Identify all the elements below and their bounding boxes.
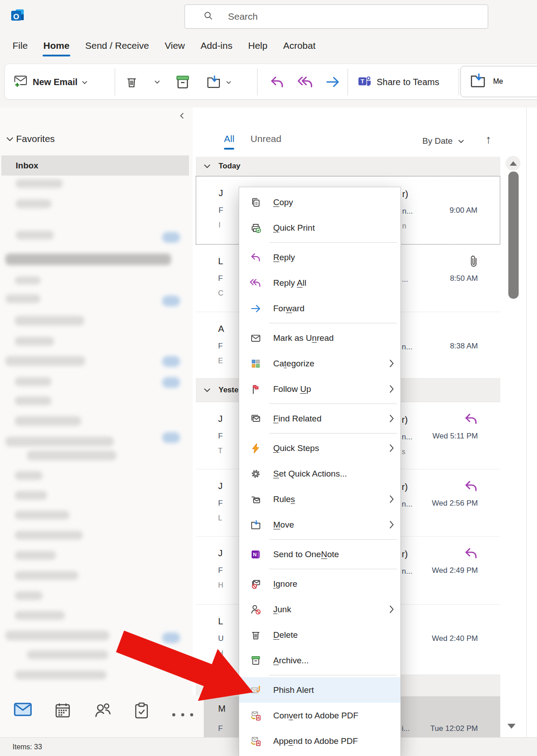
tab-add-ins[interactable]: Add-ins [201, 40, 232, 56]
tab-view[interactable]: View [165, 40, 185, 56]
svg-text:O: O [13, 13, 19, 21]
sort-by-date-dropdown[interactable]: By Date [422, 136, 464, 146]
sort-direction-button[interactable]: ↑ [485, 133, 491, 146]
menu-item-junk[interactable]: Junk [239, 597, 400, 622]
outlook-window: O Search FileHomeSend / ReceiveViewAdd-i… [0, 0, 537, 756]
menu-item-label: Convert to Adobe PDF [273, 711, 358, 721]
menu-item-label: Ignore [273, 579, 297, 589]
move-to-button[interactable] [206, 68, 231, 96]
new-email-icon [13, 74, 28, 90]
blurred-folder-item [15, 551, 56, 560]
new-email-button[interactable]: New Email [13, 68, 87, 96]
menu-item-copy[interactable]: Copy [239, 189, 400, 215]
search-placeholder: Search [228, 11, 258, 22]
people-module-icon[interactable] [93, 702, 113, 721]
tab-acrobat[interactable]: Acrobat [283, 40, 315, 56]
blurred-folder-item [15, 511, 69, 520]
favorites-header[interactable]: Favorites [6, 133, 55, 144]
tab-file[interactable]: File [13, 40, 28, 56]
mail-module-icon[interactable] [13, 702, 32, 719]
menu-item-archive[interactable]: Archive... [239, 648, 400, 673]
collapse-sidebar-icon[interactable] [178, 112, 186, 121]
submenu-chevron-icon [389, 359, 394, 369]
sidebar-item-inbox[interactable]: Inbox [1, 155, 189, 176]
email-text-fragment: n... [402, 500, 412, 509]
reply-button[interactable] [268, 68, 286, 96]
menu-item-append-to-adobe-pdf[interactable]: AAppend to Adobe PDF [239, 728, 400, 754]
email-text-fragment: n... [402, 433, 412, 442]
menu-item-follow-up[interactable]: Follow Up [239, 376, 400, 402]
scroll-down-button[interactable] [507, 724, 516, 729]
menu-item-label: Reply [273, 253, 295, 262]
delete-dropdown-chevron-icon[interactable] [155, 68, 160, 96]
svg-text:N: N [253, 552, 257, 557]
email-text-fragment: r) [402, 482, 408, 492]
reply-all-button[interactable] [296, 68, 315, 96]
ribbon: New Email [4, 64, 537, 99]
reply-icon [249, 252, 262, 263]
menu-item-convert-to-adobe-pdf[interactable]: AConvert to Adobe PDF [239, 703, 400, 728]
menu-item-set-quick-actions[interactable]: Set Quick Actions... [239, 461, 400, 486]
menu-separator [269, 323, 397, 323]
email-text-fragment: n... [402, 207, 413, 216]
email-text-fragment: n [402, 222, 406, 230]
blurred-unread-badge [162, 232, 180, 243]
menu-item-label: Quick Steps [273, 443, 319, 453]
menu-item-find-related[interactable]: Find Related [239, 406, 400, 431]
email-text-fragment: F [218, 566, 223, 575]
tab-home[interactable]: Home [43, 40, 69, 56]
email-text-fragment: n... [402, 567, 412, 576]
group-header-today[interactable]: Today [196, 157, 500, 176]
menu-item-delete[interactable]: Delete [239, 622, 400, 648]
archive-button[interactable] [174, 68, 191, 96]
menu-item-move[interactable]: Move [239, 512, 400, 537]
email-text-fragment: r) [402, 549, 408, 559]
email-text-fragment: ... [402, 275, 408, 284]
teams-icon: T [357, 74, 372, 90]
menu-item-mark-as-unread[interactable]: Mark as Unread [239, 325, 400, 351]
menu-item-send-to-onenote[interactable]: NSend to OneNote [239, 541, 400, 567]
email-text-fragment: i... [402, 724, 410, 733]
menu-separator [269, 539, 397, 540]
menu-item-rules[interactable]: Rules [239, 486, 400, 512]
more-modules-icon[interactable] [171, 711, 195, 719]
submenu-chevron-icon [389, 605, 394, 615]
outlook-logo-icon: O [10, 8, 26, 23]
tab-all[interactable]: All [224, 133, 234, 144]
menu-item-phish-alert[interactable]: Phish Alert [239, 677, 400, 703]
group-label: Today [219, 162, 241, 171]
scrollbar-thumb[interactable] [508, 172, 519, 299]
delete-button[interactable] [125, 68, 138, 96]
tab-help[interactable]: Help [248, 40, 267, 56]
tab-send-receive[interactable]: Send / Receive [85, 40, 149, 56]
blurred-folder-item [15, 416, 81, 426]
share-to-teams-button[interactable]: T Share to Teams [357, 68, 439, 96]
search-input[interactable]: Search [185, 4, 488, 29]
reply-all-icon [249, 277, 262, 289]
quick-print-icon [249, 222, 262, 234]
menu-item-reply[interactable]: Reply [239, 245, 400, 270]
menu-item-quick-steps[interactable]: Quick Steps [239, 435, 400, 461]
email-text-fragment: J [218, 548, 223, 558]
move-to-partial-button[interactable]: Me [460, 66, 537, 97]
menu-item-categorize[interactable]: Categorize [239, 351, 400, 376]
menu-item-forward[interactable]: Forward [239, 296, 400, 321]
chevron-down-icon [458, 139, 464, 143]
email-text-fragment: r) [402, 415, 408, 425]
menu-item-quick-print[interactable]: Quick Print [239, 215, 400, 241]
menu-item-label: Archive... [273, 656, 309, 666]
blurred-folder-item [15, 670, 107, 679]
blurred-folder-item [16, 199, 52, 208]
scroll-up-button[interactable] [506, 156, 520, 171]
tab-unread[interactable]: Unread [250, 133, 281, 144]
menu-item-ignore[interactable]: Ignore [239, 571, 400, 597]
move-to-partial-label: Me [493, 77, 503, 86]
menu-item-label: Rules [273, 494, 295, 504]
email-text-fragment: H [218, 649, 223, 657]
menu-item-label: Quick Print [273, 223, 315, 233]
forward-button[interactable] [324, 68, 342, 96]
tasks-module-icon[interactable] [133, 702, 150, 722]
email-text-fragment: J [218, 481, 223, 491]
calendar-module-icon[interactable] [54, 702, 72, 721]
menu-item-reply-all[interactable]: Reply All [239, 270, 400, 296]
